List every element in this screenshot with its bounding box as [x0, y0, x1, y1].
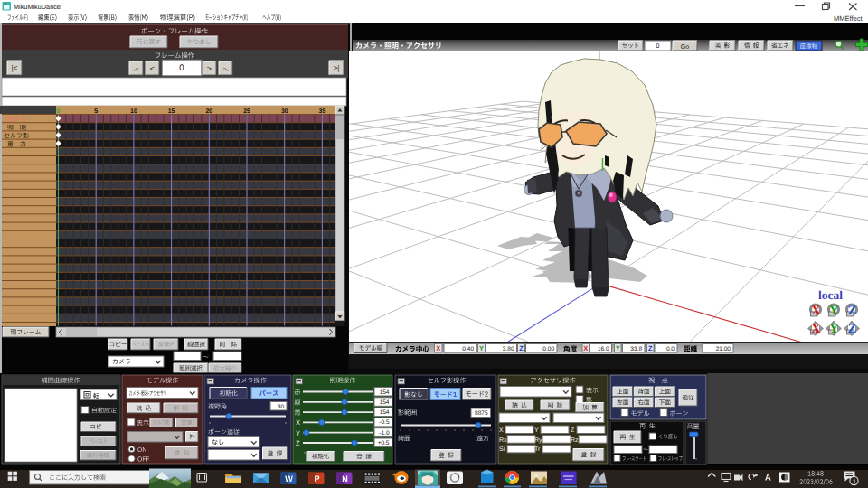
svg-text:|<: |<: [11, 63, 17, 72]
svg-text:Y: Y: [829, 304, 839, 318]
svg-text:-0.5: -0.5: [379, 419, 390, 426]
svg-text:Go: Go: [681, 44, 689, 51]
svg-text:0.0: 0.0: [666, 346, 675, 352]
svg-text:21.00: 21.00: [716, 346, 731, 352]
svg-text:154: 154: [380, 399, 390, 406]
svg-text:33.8: 33.8: [630, 346, 642, 352]
svg-text:0.40: 0.40: [462, 346, 474, 352]
svg-text:MMEffect: MMEffect: [834, 14, 863, 23]
svg-text:20: 20: [206, 108, 213, 115]
svg-text:X: X: [296, 418, 300, 427]
svg-text:35: 35: [319, 108, 326, 115]
svg-text:8875: 8875: [475, 410, 488, 417]
svg-text:30: 30: [278, 404, 285, 410]
svg-text:>: >: [207, 64, 212, 73]
svg-text:>|: >|: [333, 63, 339, 72]
svg-text:Y: Y: [534, 427, 539, 434]
svg-text:Si: Si: [499, 446, 505, 453]
svg-text:Rx: Rx: [499, 437, 507, 444]
svg-text:Rz: Rz: [571, 437, 579, 444]
svg-text:Z: Z: [848, 322, 857, 336]
svg-text:Y: Y: [829, 322, 839, 336]
svg-text:3.80: 3.80: [503, 346, 514, 352]
svg-text:Y: Y: [479, 344, 484, 352]
svg-text:0.00: 0.00: [542, 346, 554, 352]
svg-text:+0.5: +0.5: [378, 440, 390, 446]
svg-text:30: 30: [281, 108, 288, 115]
svg-text:16.0: 16.0: [598, 346, 609, 352]
svg-text:MikuMikuDance: MikuMikuDance: [14, 3, 61, 11]
svg-text:Y: Y: [616, 344, 620, 352]
svg-text:154: 154: [380, 389, 390, 396]
svg-text:X: X: [811, 322, 821, 336]
svg-text:local: local: [818, 288, 843, 302]
svg-text:Z: Z: [571, 427, 575, 434]
svg-text:X: X: [583, 344, 588, 352]
svg-text:Ry: Ry: [534, 437, 542, 444]
svg-text:<: <: [150, 64, 155, 73]
svg-text:Z: Z: [519, 344, 524, 352]
svg-text:0: 0: [656, 43, 660, 50]
svg-text:0: 0: [57, 108, 61, 115]
svg-text:0: 0: [179, 63, 184, 73]
svg-text:-1.0: -1.0: [379, 430, 390, 436]
svg-text:5: 5: [94, 108, 98, 115]
svg-text:X: X: [436, 344, 440, 352]
svg-text:.<: .<: [133, 65, 139, 73]
svg-text:>.: >.: [222, 65, 228, 73]
svg-text:X: X: [499, 427, 504, 434]
svg-text:Z: Z: [848, 304, 857, 318]
svg-text:25: 25: [243, 108, 250, 115]
svg-text:154: 154: [380, 409, 390, 416]
svg-text:Y: Y: [296, 429, 300, 437]
svg-text:Z: Z: [648, 344, 653, 352]
svg-text:15: 15: [168, 108, 175, 115]
svg-text:Tr: Tr: [534, 446, 541, 453]
svg-text:Z: Z: [296, 439, 300, 447]
svg-text:10: 10: [130, 108, 137, 115]
svg-text:X: X: [811, 304, 821, 318]
